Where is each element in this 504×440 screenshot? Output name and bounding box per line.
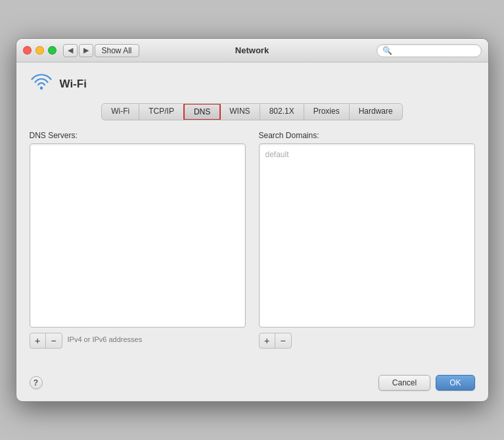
search-box[interactable]: 🔍: [377, 44, 482, 57]
search-domains-add-button[interactable]: +: [260, 333, 275, 348]
cancel-button[interactable]: Cancel: [378, 375, 430, 391]
wifi-label: Wi-Fi: [60, 78, 87, 91]
dns-servers-controls: + −: [30, 333, 62, 349]
search-icon: 🔍: [382, 46, 392, 55]
dns-servers-remove-button[interactable]: −: [46, 333, 62, 348]
close-button[interactable]: [23, 46, 32, 55]
search-domains-controls: + −: [259, 333, 292, 349]
titlebar: ◀ ▶ Show All Network 🔍: [16, 39, 488, 62]
tab-wins[interactable]: WINS: [220, 104, 260, 120]
wifi-header: Wi-Fi: [30, 73, 475, 95]
tab-bar: Wi-Fi TCP/IP DNS WINS 802.1X Proxies Har…: [101, 103, 402, 120]
dns-servers-column: DNS Servers: + − IPv4 or IPv6 addresses: [30, 131, 246, 349]
dns-columns: DNS Servers: + − IPv4 or IPv6 addresses …: [30, 131, 475, 349]
svg-point-0: [39, 87, 42, 89]
dns-servers-hint: IPv4 or IPv6 addresses: [68, 335, 143, 343]
search-domains-label: Search Domains:: [259, 131, 475, 140]
back-button[interactable]: ◀: [63, 44, 78, 57]
search-domains-list[interactable]: default: [259, 143, 475, 328]
help-button[interactable]: ?: [30, 376, 43, 389]
content-area: Wi-Fi Wi-Fi TCP/IP DNS WINS 802.1X Proxi…: [16, 62, 488, 368]
wifi-icon: [30, 73, 53, 95]
tab-80211x[interactable]: 802.1X: [260, 104, 304, 120]
show-all-button[interactable]: Show All: [95, 44, 139, 57]
action-buttons: Cancel OK: [378, 375, 475, 391]
forward-button[interactable]: ▶: [79, 44, 93, 57]
search-domains-remove-button[interactable]: −: [275, 333, 291, 348]
tab-hardware[interactable]: Hardware: [350, 104, 402, 120]
dns-servers-list[interactable]: [30, 143, 246, 328]
tab-wifi[interactable]: Wi-Fi: [102, 104, 139, 120]
ok-button[interactable]: OK: [436, 375, 474, 391]
search-domains-column: Search Domains: default + −: [259, 131, 475, 349]
traffic-lights: [23, 46, 57, 55]
search-domains-default: default: [263, 147, 471, 162]
tab-dns[interactable]: DNS: [183, 103, 221, 120]
dns-servers-add-button[interactable]: +: [30, 333, 46, 348]
bottom-bar: ? Cancel OK: [16, 368, 488, 401]
search-input[interactable]: [395, 46, 476, 55]
window-title: Network: [235, 45, 269, 55]
dns-servers-label: DNS Servers:: [30, 131, 246, 140]
network-window: ◀ ▶ Show All Network 🔍 Wi-Fi: [16, 38, 489, 402]
tab-tcpip[interactable]: TCP/IP: [139, 104, 184, 120]
tab-proxies[interactable]: Proxies: [304, 104, 350, 120]
minimize-button[interactable]: [35, 46, 44, 55]
maximize-button[interactable]: [48, 46, 57, 55]
nav-buttons: ◀ ▶: [63, 44, 93, 57]
